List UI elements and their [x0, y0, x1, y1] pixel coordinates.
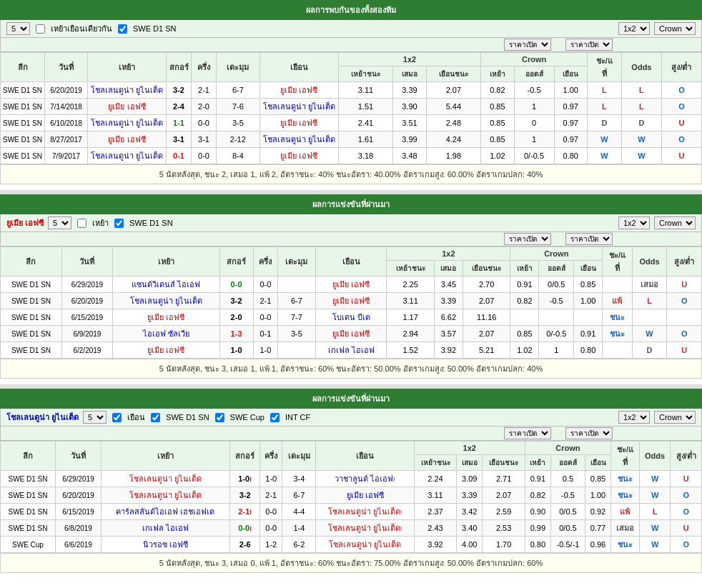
cell-a: 2.07 — [463, 293, 510, 309]
cell-line: 1 — [514, 131, 554, 148]
cell-line: 0/0.5 — [550, 520, 585, 537]
section2-checkbox1-label: เหย้า — [92, 216, 109, 229]
cell-league: SWE D1 SN — [1, 504, 56, 520]
cell-handicap: 1.02 — [481, 148, 514, 164]
cell-result2: W — [621, 148, 661, 164]
cell-league: SWE D1 SN — [1, 148, 45, 164]
cell-result1: ชนะ — [611, 471, 640, 487]
cell-league: SWE D1 SN — [1, 326, 62, 342]
section3-title: ผลการแข่งขันที่ผ่านมา — [312, 394, 390, 403]
section3-checkbox4[interactable] — [270, 413, 280, 422]
section1-count-select[interactable]: 5 — [6, 22, 30, 35]
cell-h: 3.18 — [338, 148, 393, 164]
cell-h: 2.37 — [414, 504, 457, 520]
cell-d: 4.00 — [457, 537, 483, 553]
th-handi-home: เหย้า — [481, 66, 514, 81]
section1-odds-type1[interactable]: 1x2 — [618, 22, 650, 35]
section3-checkbox1[interactable] — [112, 413, 122, 422]
th2-league: ลีก — [1, 247, 62, 276]
cell-date: 6/9/2019 — [61, 326, 112, 342]
cell-fulltime: 3-5 — [278, 326, 316, 342]
section3-team: โชลเลนดูน่า ยูไนเต็ด — [6, 411, 79, 424]
section3-checkbox3[interactable] — [215, 413, 224, 422]
section2-checkbox1[interactable] — [77, 219, 86, 228]
th-highlow: สูง/ต่ำ — [661, 53, 701, 82]
section2-odds-type1[interactable]: 1x2 — [618, 216, 650, 229]
cell-odds2: 0.80 — [574, 342, 603, 359]
section2-table: ลีก วันที่ เหย้า สกอร์ ครึ่ง เดะมุม เยือ… — [0, 246, 702, 359]
section3-count-select[interactable]: 5 — [83, 411, 107, 424]
section2-odds-sub2[interactable]: ราคาเปิด — [565, 233, 613, 245]
cell-result3: U — [667, 342, 702, 359]
section3-odds-sub2[interactable]: ราคาเปิด — [565, 427, 613, 439]
section2-count-select[interactable]: 5 — [48, 216, 71, 229]
section3-odds-type2[interactable]: Crown — [654, 411, 696, 424]
section2-odds-sub1[interactable]: ราคาเปิด — [504, 233, 551, 245]
cell-away: ยูเมีย เอฟซี — [259, 148, 338, 164]
section1-checkbox2[interactable] — [118, 24, 127, 34]
cell-a: 2.59 — [483, 504, 525, 520]
section3-odds-sub1[interactable]: ราคาเปิด — [504, 427, 551, 439]
cell-odds2: 0.85 — [585, 471, 611, 487]
th-1x2: 1x2 — [338, 53, 481, 66]
th2-away-win: เยือนชนะ — [463, 260, 510, 276]
cell-fulltime: 8-4 — [217, 148, 260, 164]
cell-a: 2.07 — [463, 326, 510, 342]
section2-checkbox2-label: SWE D1 SN — [129, 219, 173, 227]
table-row: SWE D1 SN 7/9/2017 โชลเลนดูน่า ยูไนเต็ด … — [1, 148, 702, 164]
cell-result3: O — [667, 293, 702, 309]
cell-result2: D — [621, 115, 661, 131]
cell-odds2: 0.97 — [554, 131, 587, 148]
cell-half: 1-0 — [260, 471, 282, 487]
cell-away: เกเฟล ไอเอฟ — [315, 342, 387, 359]
th2-highlow: สูง/ต่ำ — [667, 247, 702, 276]
cell-league: SWE D1 SN — [1, 99, 45, 115]
cell-handicap: 0.80 — [525, 537, 550, 553]
cell-result3: O — [671, 487, 702, 504]
cell-d: 3.45 — [434, 276, 463, 293]
cell-half: 0-1 — [253, 326, 278, 342]
section2-checkbox2[interactable] — [114, 219, 124, 228]
th-league: ลีก — [1, 53, 45, 82]
th3-away-win: เยือนชนะ — [483, 454, 525, 470]
th2-handi-away: เยือน — [574, 260, 603, 276]
section3-checkbox2[interactable] — [151, 413, 160, 422]
cell-away: ยูเมีย เอฟซี — [316, 487, 414, 504]
cell-away: ยูเมีย เอฟซี — [259, 82, 338, 99]
section2-odds-type2[interactable]: Crown — [654, 216, 696, 229]
cell-result1: ชนะ — [611, 487, 640, 504]
cell-odds2: 0.92 — [585, 504, 611, 520]
cell-date: 6/6/2019 — [55, 537, 101, 553]
cell-result1: เสมอ — [611, 520, 640, 537]
cell-score: 1-1 — [167, 115, 192, 131]
cell-away: โชลเลนดูน่า ยูไนเต็ด! — [316, 520, 414, 537]
table-row: SWE D1 SN 6/8/2019 เกเฟล ไอเอฟ 0-0! 0-0 … — [1, 520, 702, 537]
th2-date: วันที่ — [61, 247, 112, 276]
section3-odds-type1[interactable]: 1x2 — [618, 411, 650, 424]
cell-line: -0.5/-1 — [550, 537, 585, 553]
table-row: SWE D1 SN 6/29/2019 แซนด์วิเดนส์ ไอเอฟ 0… — [1, 276, 702, 293]
section1-odds-sub2[interactable]: ราคาเปิด — [565, 39, 613, 51]
cell-score: 2-0 — [219, 309, 253, 326]
cell-home: คาร์ลสลันด์ไอเอฟ เฮชเอฟเด — [101, 504, 229, 520]
cell-odds2: 0.91 — [574, 326, 603, 342]
section1-odds-sub1[interactable]: ราคาเปิด — [504, 39, 551, 51]
section1-checkbox1[interactable] — [36, 24, 45, 34]
cell-d: 3.57 — [434, 326, 463, 342]
th3-date: วันที่ — [55, 442, 101, 471]
cell-h: 1.52 — [387, 342, 434, 359]
cell-result2: W — [639, 520, 671, 537]
section1-odds-type2[interactable]: Crown — [654, 22, 696, 35]
cell-result1: แพ้ — [603, 293, 633, 309]
cell-league: SWE D1 SN — [1, 471, 56, 487]
cell-odds2: 1.00 — [554, 82, 587, 99]
cell-handicap: 0.82 — [481, 82, 514, 99]
th2-handi-home: เหย้า — [510, 260, 539, 276]
cell-result2: W — [639, 471, 671, 487]
cell-a: 1.70 — [483, 537, 525, 553]
cell-odds2: 0.97 — [554, 115, 587, 131]
cell-d: 3.40 — [457, 520, 483, 537]
cell-date: 7/14/2018 — [45, 99, 88, 115]
cell-date: 7/9/2017 — [45, 148, 88, 164]
section2-team: ยูเมีย เอฟซี — [6, 216, 44, 229]
